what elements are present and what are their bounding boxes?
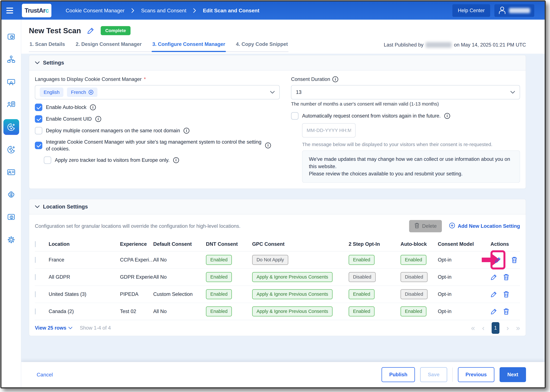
- row-checkbox[interactable]: [35, 291, 36, 297]
- table-row: Canada (2) Test 02 All No Enabled Apply …: [35, 303, 520, 320]
- chevron-right-icon: [193, 8, 196, 13]
- re-request-message-box: We've made updates that may change how w…: [302, 150, 520, 183]
- help-center-button[interactable]: Help Center: [452, 4, 490, 17]
- row-count-text: Show 1-4 of 4: [80, 325, 111, 331]
- cell-experience: GDPR Experie…: [120, 274, 153, 280]
- user-report-icon[interactable]: [3, 97, 19, 112]
- scan-monitor-icon[interactable]: [3, 29, 19, 45]
- page-header: New Test Scan Complete 1. Scan Details 2…: [21, 20, 545, 52]
- cell-location: Canada (2): [49, 308, 120, 314]
- monitor-alert-icon[interactable]: [3, 209, 19, 225]
- tab-copy-code-snippet[interactable]: 4. Copy Code Snippet: [235, 41, 289, 51]
- pagination-page-1[interactable]: 1: [492, 322, 499, 334]
- user-menu-button[interactable]: [494, 4, 534, 17]
- deploy-multiple-managers-checkbox[interactable]: [35, 127, 42, 134]
- brand-text-accent: c: [45, 7, 49, 14]
- publish-button[interactable]: Publish: [381, 367, 415, 382]
- two-step-badge: Disabled: [349, 272, 376, 282]
- consent-duration-select[interactable]: 13: [291, 85, 520, 99]
- last-published-info: Last Published by on May 14, 2025 01:21 …: [384, 42, 526, 52]
- zero-tracker-checkbox[interactable]: [44, 156, 51, 164]
- delete-trash-icon[interactable]: [503, 308, 509, 315]
- delete-trash-icon[interactable]: [511, 257, 517, 263]
- info-icon[interactable]: i: [173, 157, 179, 163]
- pagination: « ‹ 1 › »: [471, 322, 520, 334]
- chevron-right-icon: [131, 8, 134, 13]
- enable-auto-block-checkbox[interactable]: [35, 104, 42, 111]
- select-all-checkbox[interactable]: [35, 241, 36, 247]
- tab-design-consent-manager[interactable]: 2. Design Consent Manager: [75, 41, 142, 51]
- edit-pencil-icon[interactable]: [491, 274, 497, 280]
- delete-trash-icon[interactable]: [503, 274, 509, 280]
- tab-configure-consent-manager[interactable]: 3. Configure Consent Manager: [152, 41, 226, 51]
- location-settings-section-header[interactable]: Location Settings: [29, 199, 526, 215]
- re-request-message-line1: We've made updates that may change how w…: [309, 156, 513, 170]
- column-header-gpc-consent: GPC Consent: [252, 241, 349, 247]
- gpc-badge: Apply & Ignore Previous Consents: [252, 306, 332, 316]
- cancel-link[interactable]: Cancel: [37, 372, 53, 378]
- row-checkbox[interactable]: [35, 274, 36, 280]
- edit-pencil-icon[interactable]: [494, 257, 501, 263]
- cell-default-consent: All No: [153, 257, 206, 263]
- gpc-badge: Do Not Apply: [252, 255, 288, 265]
- settings-gear-icon[interactable]: [3, 232, 19, 248]
- hamburger-menu-icon[interactable]: [6, 6, 16, 15]
- edit-pencil-icon[interactable]: [491, 308, 497, 315]
- integrate-tms-checkbox[interactable]: [35, 142, 42, 149]
- info-icon[interactable]: i: [95, 116, 101, 122]
- edit-title-pencil-icon[interactable]: [87, 27, 95, 34]
- table-row: France CCPA Experi… All No Enabled Do No…: [35, 252, 520, 269]
- brand-text: TrustAr: [25, 7, 45, 14]
- cookie-consent-manager-icon[interactable]: [3, 119, 19, 135]
- add-new-location-setting-link[interactable]: Add New Location Setting: [449, 222, 520, 230]
- breadcrumb-cookie-consent-manager[interactable]: Cookie Consent Manager: [66, 8, 125, 14]
- remove-chip-icon[interactable]: [88, 90, 94, 95]
- page-title: New Test Scan: [29, 26, 81, 35]
- info-icon[interactable]: i: [332, 76, 338, 82]
- presentation-user-icon[interactable]: [3, 74, 19, 90]
- chevron-down-icon: [510, 91, 515, 94]
- hierarchy-icon[interactable]: [3, 52, 19, 67]
- info-icon[interactable]: i: [183, 128, 189, 133]
- row-checkbox[interactable]: [35, 308, 36, 314]
- column-header-experience: Experience: [120, 241, 153, 247]
- auto-block-badge: Enabled: [401, 306, 426, 316]
- table-row: All GDPR GDPR Experie… All No Enabled Ap…: [35, 269, 520, 286]
- languages-multiselect[interactable]: English French: [35, 85, 280, 99]
- previous-button[interactable]: Previous: [458, 367, 494, 382]
- redacted-publisher-name: [426, 42, 451, 48]
- contact-card-icon[interactable]: [3, 164, 19, 180]
- integrate-tms-label: Integrate Cookie Consent Manager with yo…: [46, 139, 261, 152]
- delete-trash-icon[interactable]: [503, 291, 509, 298]
- cookie-scan-icon[interactable]: [3, 142, 19, 157]
- trustarc-logo[interactable]: TrustArc: [22, 4, 51, 17]
- info-icon[interactable]: i: [90, 105, 96, 110]
- auto-request-consent-checkbox[interactable]: [291, 112, 298, 120]
- column-header-actions: Actions: [491, 241, 520, 247]
- edit-pencil-icon[interactable]: [491, 291, 497, 298]
- column-header-dnt-consent: DNT Consent: [206, 241, 252, 247]
- column-header-default-consent: Default Consent: [153, 241, 206, 247]
- pagination-first-icon[interactable]: «: [471, 324, 475, 331]
- re-request-date-input[interactable]: [302, 123, 356, 138]
- pagination-last-icon[interactable]: »: [516, 324, 520, 331]
- breadcrumb-scans-and-consent[interactable]: Scans and Consent: [141, 8, 186, 14]
- pagination-next-icon[interactable]: ›: [507, 324, 509, 331]
- info-icon[interactable]: i: [265, 142, 271, 148]
- pagination-prev-icon[interactable]: ‹: [482, 324, 485, 331]
- cell-default-consent: Custom Selection: [153, 291, 206, 297]
- auto-block-badge: Disabled: [401, 272, 428, 282]
- enable-consent-uid-checkbox[interactable]: [35, 115, 42, 123]
- auto-block-badge: Disabled: [401, 289, 428, 299]
- tab-scan-details[interactable]: 1. Scan Details: [29, 41, 66, 51]
- next-button[interactable]: Next: [500, 367, 526, 382]
- view-rows-dropdown[interactable]: View 25 rows: [35, 325, 72, 331]
- ai-brain-icon[interactable]: [3, 187, 19, 203]
- delete-locations-button[interactable]: Delete: [409, 220, 442, 232]
- save-button[interactable]: Save: [420, 367, 447, 382]
- user-icon: [499, 6, 506, 15]
- info-icon[interactable]: i: [444, 113, 450, 119]
- cell-experience: PIPEDA: [120, 291, 153, 297]
- row-checkbox[interactable]: [35, 257, 36, 263]
- settings-section-header[interactable]: Settings: [29, 55, 526, 70]
